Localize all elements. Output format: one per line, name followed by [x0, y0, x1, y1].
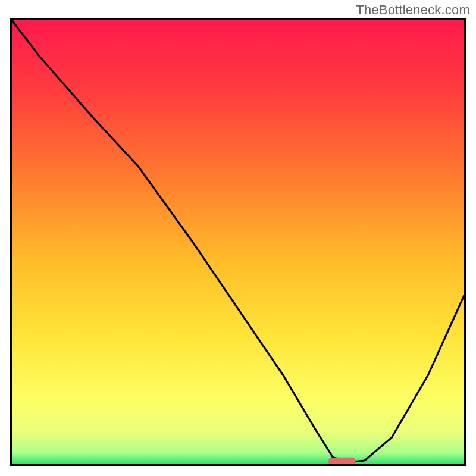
heat-background: [12, 20, 464, 464]
chart-frame: TheBottleneck.com: [0, 0, 476, 476]
plot-area: [10, 18, 466, 466]
optimum-marker: [328, 458, 356, 464]
watermark-label: TheBottleneck.com: [356, 2, 470, 18]
chart-svg: [12, 20, 464, 464]
